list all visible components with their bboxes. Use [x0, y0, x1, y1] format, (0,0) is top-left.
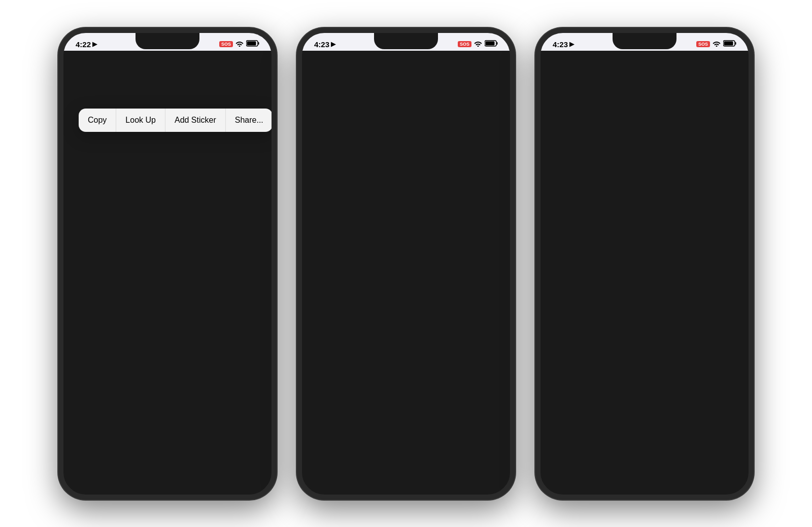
style-label-puffy-2: Puffy	[438, 399, 451, 405]
style-label-shiny-3: Shiny	[715, 399, 729, 405]
done-row-2: Done	[310, 274, 502, 289]
style-original-3[interactable]: Original	[550, 366, 585, 405]
share-button-1[interactable]	[86, 391, 108, 413]
more-button-1[interactable]: ···	[249, 54, 263, 68]
home-bar-2	[376, 486, 436, 488]
svg-point-138	[602, 380, 605, 383]
svg-point-104	[630, 205, 641, 216]
sticker-cat-2	[378, 294, 434, 360]
thumb-2[interactable]	[93, 356, 120, 382]
svg-point-122	[640, 327, 642, 329]
style-label-outline-3: Outline	[597, 399, 615, 405]
done-button-3[interactable]: Done	[705, 274, 741, 289]
wifi-icon-3	[713, 41, 721, 48]
time-2: 4:23	[314, 40, 329, 49]
heart-button-1[interactable]	[133, 391, 155, 413]
style-label-original-2: Original	[319, 399, 339, 405]
style-original-2[interactable]: Original	[312, 366, 346, 405]
svg-point-107	[655, 206, 659, 210]
more-icon-2: ···	[491, 56, 498, 65]
svg-point-120	[637, 326, 643, 331]
svg-rect-95	[724, 42, 733, 46]
add-sticker-menu-item[interactable]: Add Sticker	[165, 109, 226, 132]
style-thumb-original-2	[314, 366, 344, 397]
svg-point-34	[391, 205, 402, 216]
svg-point-151	[683, 380, 687, 384]
style-comic-2[interactable]: Comic	[389, 366, 423, 405]
style-label-puffy-3: Puffy	[677, 399, 690, 405]
home-bar-1	[137, 425, 198, 428]
cat-svg-1	[117, 220, 218, 352]
svg-point-106	[635, 206, 639, 210]
status-right-1: SOS	[219, 40, 259, 48]
style-puffy-3[interactable]: Puffy	[666, 366, 700, 405]
live-badge-3[interactable]: LIVE ▾	[549, 76, 580, 85]
wifi-icon-1	[235, 41, 244, 48]
thumb-6[interactable]	[205, 356, 231, 382]
sticker-panel-2: Done	[302, 261, 510, 480]
more-button-3[interactable]: ···	[726, 54, 740, 68]
home-indicator-1	[63, 419, 272, 434]
thumb-7[interactable]	[233, 356, 259, 382]
svg-point-20	[188, 400, 190, 402]
live-badge-2[interactable]: LIVE ▾	[310, 76, 342, 85]
style-shiny-3[interactable]: Shiny	[704, 366, 739, 405]
back-button-3[interactable]	[549, 56, 554, 65]
photo-area-1: Copy Look Up Add Sticker Share...	[63, 88, 272, 352]
notch-3	[613, 33, 676, 49]
svg-point-35	[412, 205, 423, 216]
cat-svg-2	[350, 144, 462, 261]
nav-title-main-1: Today	[140, 53, 165, 62]
style-outline-3[interactable]: Outline	[589, 366, 623, 405]
phone-screen-1: 4:22 ▶ SOS Today 10:39 AM	[63, 33, 272, 495]
status-right-3: SOS	[696, 40, 736, 48]
sticker-panel-3: Done	[540, 261, 749, 480]
sos-badge-2: SOS	[458, 41, 471, 47]
svg-point-85	[445, 380, 449, 384]
edit-button-3[interactable]: Edit	[705, 56, 720, 66]
thumb-8[interactable]	[261, 356, 272, 382]
live-badge-1[interactable]: LIVE ▾	[72, 76, 103, 85]
svg-point-53	[411, 327, 413, 329]
style-thumb-outline-2	[352, 366, 383, 397]
style-label-outline-2: Outline	[358, 399, 377, 405]
edit-button-1[interactable]: Edit	[228, 56, 243, 66]
style-comic-3[interactable]: Comic	[627, 366, 662, 405]
svg-rect-24	[497, 42, 498, 45]
svg-rect-2	[247, 42, 256, 46]
style-outline-2[interactable]: Outline	[350, 366, 385, 405]
copy-menu-item[interactable]: Copy	[79, 109, 116, 132]
svg-point-139	[606, 380, 610, 383]
svg-point-157	[722, 380, 726, 383]
thumb-4[interactable]	[149, 356, 176, 382]
share-menu-item[interactable]: Share...	[226, 109, 272, 132]
live-chevron-3: ▾	[577, 77, 580, 84]
svg-point-91	[484, 380, 487, 383]
done-button-2[interactable]: Done	[467, 274, 502, 289]
back-button-2[interactable]	[310, 56, 315, 65]
back-button-1[interactable]	[72, 56, 77, 65]
nav-subtitle-2: 10:39 AM	[378, 62, 404, 69]
thumb-1[interactable]	[65, 356, 92, 382]
time-1: 4:22	[76, 40, 91, 49]
lookup-menu-item[interactable]: Look Up	[116, 109, 165, 132]
edit-button-2[interactable]: Edit	[467, 56, 482, 66]
live-label-3: LIVE	[560, 77, 575, 85]
thumb-5[interactable]	[177, 356, 204, 382]
style-shiny-2[interactable]: Shiny	[466, 366, 500, 405]
svg-point-144	[640, 380, 644, 383]
battery-icon-1	[246, 40, 259, 48]
wifi-icon-2	[474, 41, 482, 48]
pet-button-1[interactable]	[180, 391, 202, 413]
svg-point-18	[152, 304, 183, 329]
trash-button-1[interactable]	[227, 391, 249, 413]
live-label-1: LIVE	[83, 77, 98, 85]
phone-screen-2: 4:23 ▶ SOS Today 10:39 AM	[302, 33, 510, 495]
svg-point-21	[192, 400, 194, 402]
svg-rect-1	[258, 42, 259, 45]
style-puffy-2[interactable]: Puffy	[427, 366, 462, 405]
more-button-2[interactable]: ···	[488, 54, 502, 68]
svg-point-105	[650, 205, 661, 216]
thumb-3[interactable]	[121, 356, 148, 382]
live-chevron-2: ▾	[339, 77, 342, 84]
